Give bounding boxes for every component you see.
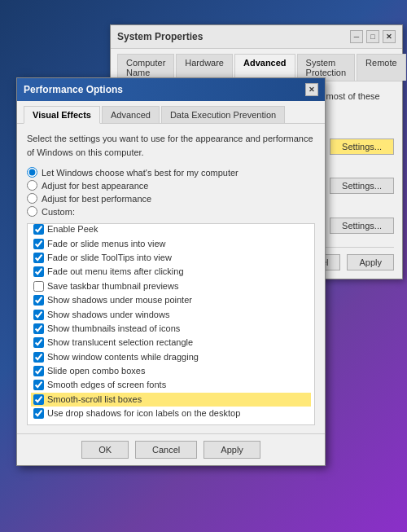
radio-custom-label: Custom: [42, 207, 75, 217]
perf-footer: OK Cancel Apply [17, 433, 325, 465]
checkbox-12[interactable] [33, 352, 44, 363]
checkbox-13[interactable] [33, 366, 44, 376]
settings-button-2[interactable]: Settings... [330, 178, 394, 194]
radio-custom-input[interactable] [27, 206, 37, 217]
perf-close-button[interactable]: ✕ [305, 83, 318, 96]
checkbox-item-16[interactable]: Use drop shadows for icon labels on the … [31, 407, 311, 420]
window-controls: ─ □ ✕ [350, 30, 396, 43]
maximize-button[interactable]: □ [366, 30, 379, 43]
checkbox-label-4: Fade or slide menus into view [47, 238, 166, 250]
tab-remote[interactable]: Remote [357, 54, 406, 81]
checkbox-label-13: Slide open combo boxes [47, 365, 145, 377]
system-props-titlebar: System Properties ─ □ ✕ [111, 25, 402, 49]
checkbox-item-3[interactable]: Enable Peek [31, 223, 311, 237]
checkbox-label-6: Fade out menu items after clicking [47, 266, 184, 278]
checkbox-label-5: Fade or slide ToolTips into view [47, 252, 172, 264]
checkbox-8[interactable] [33, 295, 44, 306]
checkbox-label-3: Enable Peek [47, 223, 98, 235]
tab-advanced[interactable]: Advanced [102, 106, 160, 123]
checkbox-9[interactable] [33, 310, 44, 320]
checkbox-item-12[interactable]: Show window contents while dragging [31, 350, 311, 364]
perf-titlebar: Performance Options ✕ [17, 78, 325, 101]
perf-options-window: Performance Options ✕ Visual Effects Adv… [16, 77, 326, 466]
performance-settings-button[interactable]: Settings... [330, 138, 394, 155]
close-button[interactable]: ✕ [383, 30, 396, 43]
checkbox-item-14[interactable]: Smooth edges of screen fonts [31, 378, 311, 392]
checkbox-item-4[interactable]: Fade or slide menus into view [31, 237, 311, 251]
perf-title: Performance Options [24, 84, 123, 95]
radio-best-performance-input[interactable] [27, 193, 37, 204]
system-props-tabs: Computer Name Hardware Advanced System P… [111, 49, 402, 81]
ok-button[interactable]: OK [81, 441, 129, 459]
radio-best-appearance-input[interactable] [27, 180, 37, 191]
checkbox-16[interactable] [33, 408, 44, 419]
perf-window-controls: ✕ [305, 83, 318, 96]
radio-best-appearance-label: Adjust for best appearance [42, 181, 148, 191]
checkbox-label-16: Use drop shadows for icon labels on the … [47, 407, 240, 420]
settings-button-3[interactable]: Settings... [330, 218, 394, 234]
checkbox-14[interactable] [33, 380, 44, 390]
checkbox-item-9[interactable]: Show shadows under windows [31, 308, 311, 322]
checkbox-label-15: Smooth-scroll list boxes [47, 394, 142, 406]
checkbox-5[interactable] [33, 253, 44, 263]
perf-tabs: Visual Effects Advanced Data Execution P… [17, 101, 325, 124]
radio-group: Let Windows choose what's best for my co… [27, 167, 315, 217]
radio-custom[interactable]: Custom: [27, 206, 315, 217]
radio-best-appearance[interactable]: Adjust for best appearance [27, 180, 315, 191]
tab-visual-effects[interactable]: Visual Effects [24, 106, 100, 124]
radio-best-performance[interactable]: Adjust for best performance [27, 193, 315, 204]
checkbox-item-15[interactable]: Smooth-scroll list boxes [31, 393, 311, 407]
checkbox-15[interactable] [33, 394, 44, 405]
minimize-button[interactable]: ─ [350, 30, 363, 43]
checkbox-label-10: Show thumbnails instead of icons [47, 323, 180, 335]
cancel-button[interactable]: Cancel [135, 441, 197, 459]
tab-data-execution[interactable]: Data Execution Prevention [161, 106, 285, 123]
checkbox-item-11[interactable]: Show translucent selection rectangle [31, 336, 311, 350]
checkbox-item-6[interactable]: Fade out menu items after clicking [31, 265, 311, 279]
apply-button-sys[interactable]: Apply [347, 254, 394, 270]
checkbox-label-9: Show shadows under windows [47, 309, 169, 321]
radio-best-performance-label: Adjust for best performance [42, 194, 151, 204]
checkbox-list: Animate controls and elements inside win… [27, 223, 315, 425]
checkbox-4[interactable] [33, 239, 44, 249]
apply-button[interactable]: Apply [204, 441, 260, 459]
radio-windows-best-label: Let Windows choose what's best for my co… [42, 168, 239, 178]
checkbox-item-10[interactable]: Show thumbnails instead of icons [31, 322, 311, 336]
checkbox-item-8[interactable]: Show shadows under mouse pointer [31, 293, 311, 307]
checkbox-label-8: Show shadows under mouse pointer [47, 294, 192, 306]
system-props-title: System Properties [117, 31, 203, 42]
radio-windows-best[interactable]: Let Windows choose what's best for my co… [27, 167, 315, 178]
checkbox-item-7[interactable]: Save taskbar thumbnail previews [31, 279, 311, 293]
checkbox-label-7: Save taskbar thumbnail previews [47, 280, 178, 292]
checkbox-label-11: Show translucent selection rectangle [47, 336, 193, 349]
checkbox-label-12: Show window contents while dragging [47, 351, 199, 363]
checkbox-10[interactable] [33, 323, 44, 334]
checkbox-6[interactable] [33, 266, 44, 277]
checkbox-11[interactable] [33, 337, 44, 348]
perf-description: Select the settings you want to use for … [27, 132, 315, 159]
perf-content: Select the settings you want to use for … [17, 124, 325, 433]
checkbox-7[interactable] [33, 281, 44, 292]
radio-windows-best-input[interactable] [27, 167, 37, 178]
checkbox-item-13[interactable]: Slide open combo boxes [31, 364, 311, 378]
checkbox-3[interactable] [33, 224, 44, 235]
checkbox-label-14: Smooth edges of screen fonts [47, 379, 166, 391]
checkbox-item-5[interactable]: Fade or slide ToolTips into view [31, 251, 311, 265]
